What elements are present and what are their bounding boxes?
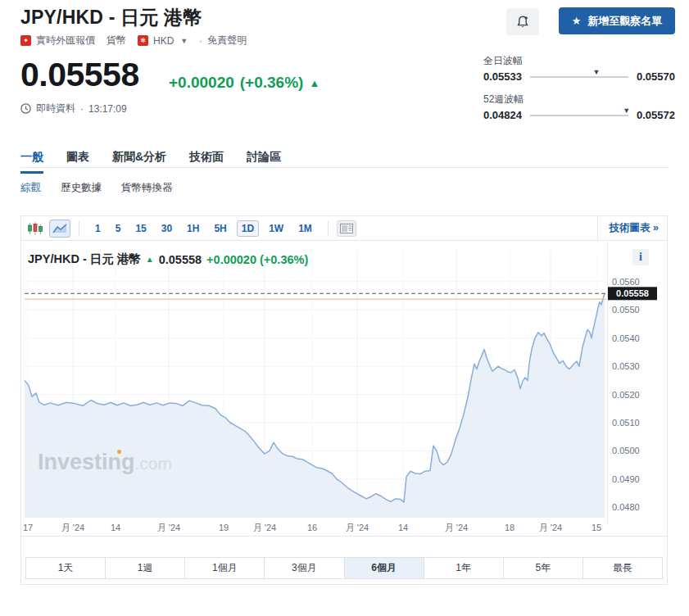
add-to-watchlist-button[interactable]: ★ 新增至觀察名單	[559, 7, 675, 34]
x-tick-label: 月 '24	[539, 523, 562, 532]
timeframe-1m[interactable]: 1M	[293, 220, 317, 237]
x-tick-label: 月 '24	[61, 523, 84, 532]
week52-range-row: 0.04824 ▼ 0.05572	[483, 109, 675, 121]
price-chart-svg[interactable]: 0.05600.05500.05400.05300.05200.05100.05…	[21, 241, 667, 537]
realtime-label: 即時資料	[36, 102, 75, 116]
breadcrumb-live[interactable]: ✦ 實時外匯報價	[20, 34, 95, 48]
tab-technical[interactable]: 技術面	[189, 150, 224, 174]
chart-symbol: JPY/HKD - 日元 港幣	[28, 251, 141, 267]
pair-label: HKD	[153, 35, 174, 47]
week52-range-track: ▼	[530, 115, 628, 116]
x-tick-label: 18	[505, 523, 514, 532]
subtab-historical-data[interactable]: 歷史數據	[61, 181, 102, 195]
live-quotes-icon: ✦	[20, 35, 31, 46]
up-triangle-icon: ▲	[309, 77, 320, 89]
change-value: +0.00020	[169, 74, 234, 92]
day-range-low: 0.05533	[483, 70, 522, 83]
x-tick-label: 16	[307, 523, 317, 532]
x-tick-label: 月 '24	[346, 523, 369, 532]
timeframe-30[interactable]: 30	[156, 220, 177, 237]
range-button-1w[interactable]: 1週	[105, 558, 184, 578]
week52-range-low: 0.04824	[483, 109, 522, 121]
week52-range-high: 0.05572	[637, 109, 675, 121]
day-range-track: ▼	[530, 76, 628, 78]
subtab-overview[interactable]: 綜觀	[20, 181, 41, 195]
range-button-6m[interactable]: 6個月	[344, 558, 424, 578]
y-tick-label: 0.0510	[612, 418, 640, 428]
subtab-currency-converter[interactable]: 貨幣轉換器	[121, 181, 173, 195]
breadcrumb-currencies-label: 貨幣	[107, 34, 126, 48]
chart-last-price: 0.05558	[159, 253, 202, 266]
y-tick-label: 0.0540	[612, 333, 640, 343]
chart-zone: JPY/HKD - 日元 港幣 ▲ 0.05558 +0.00020 (+0.3…	[21, 241, 667, 537]
timeframe-5h[interactable]: 5H	[209, 220, 231, 237]
timeframe-15[interactable]: 15	[130, 220, 151, 237]
tab-general[interactable]: 一般	[20, 150, 43, 174]
timeframe-1[interactable]: 1	[90, 220, 106, 237]
tab-news-analysis[interactable]: 新聞&分析	[112, 150, 166, 174]
ranges-panel: 全日波幅 0.05533 ▼ 0.05570 52週波幅 0.04824 ▼ 0…	[483, 54, 675, 121]
range-button-max[interactable]: 最長	[582, 558, 662, 578]
pair-selector[interactable]: ✻ HKD ▼	[138, 35, 188, 47]
day-range-marker: ▼	[593, 68, 601, 76]
range-button-1d[interactable]: 1天	[26, 558, 105, 578]
area-chart-button[interactable]	[49, 220, 70, 238]
range-button-1m[interactable]: 1個月	[184, 558, 264, 578]
y-tick-label: 0.0530	[612, 361, 640, 371]
tabs-divider	[20, 167, 669, 168]
x-tick-label: 14	[398, 523, 408, 532]
day-range-block: 全日波幅 0.05533 ▼ 0.05570	[483, 54, 675, 83]
tab-discussions[interactable]: 討論區	[247, 150, 281, 174]
last-price: 0.05558	[20, 56, 139, 94]
x-tick-label: 月 '24	[253, 523, 276, 532]
toolbar-separator	[79, 221, 79, 236]
chart-widget: 1 5 15 30 1H 5H 1D 1W 1M 技術圖表 » JPY/HKD …	[20, 215, 668, 585]
candlestick-icon	[28, 222, 43, 235]
chart-toolbar: 1 5 15 30 1H 5H 1D 1W 1M 技術圖表 »	[21, 216, 667, 241]
chart-change: +0.00020 (+0.36%)	[206, 253, 308, 266]
breadcrumb-live-label: 實時外匯報價	[36, 34, 95, 48]
week52-range-block: 52週波幅 0.04824 ▼ 0.05572	[483, 93, 675, 121]
quote-page: JPY/HKD - 日元 港幣 ✦ 實時外匯報價 貨幣 ✻ HKD ▼ · 免責…	[0, 0, 689, 616]
toolbar-separator	[328, 221, 329, 236]
price-area-fill	[25, 293, 605, 518]
zone-gap	[21, 537, 667, 557]
clock-icon	[20, 103, 31, 114]
technical-chart-link[interactable]: 技術圖表 »	[597, 216, 667, 241]
chart-news-button[interactable]	[337, 220, 356, 237]
day-range-label: 全日波幅	[483, 54, 675, 68]
quote-time: 13:17:09	[88, 103, 127, 115]
price-change: +0.00020 (+0.36%) ▲	[169, 74, 320, 92]
y-tick-label: 0.0480	[612, 502, 640, 512]
timeframe-1w[interactable]: 1W	[264, 220, 288, 237]
x-tick-label: 15	[592, 523, 601, 532]
range-button-3m[interactable]: 3個月	[264, 558, 343, 578]
create-alert-button[interactable]	[506, 8, 539, 35]
breadcrumb-currencies[interactable]: 貨幣	[107, 34, 126, 48]
current-price-badge-label: 0.05558	[616, 288, 649, 298]
day-range-high: 0.05570	[637, 70, 675, 83]
range-buttons-strip: 1天 1週 1個月 3個月 6個月 1年 5年 最長	[25, 557, 663, 579]
chart-up-triangle-icon: ▲	[146, 255, 154, 264]
disclaimer-link[interactable]: · 免責聲明	[199, 34, 247, 48]
x-tick-label: 月 '24	[445, 523, 468, 532]
week52-range-label: 52週波幅	[483, 93, 675, 106]
timeframe-5[interactable]: 5	[111, 220, 126, 237]
week52-range-marker: ▼	[623, 106, 630, 115]
y-tick-label: 0.0500	[612, 446, 640, 455]
dot-separator: ·	[199, 35, 202, 47]
page-title: JPY/HKD - 日元 港幣	[20, 5, 202, 30]
x-tick-label: 19	[219, 523, 229, 532]
realtime-status: 即時資料 · 13:17:09	[20, 102, 127, 116]
add-to-watchlist-label: 新增至觀察名單	[587, 14, 662, 29]
chart-info-button[interactable]: i	[632, 249, 649, 265]
range-button-5y[interactable]: 5年	[503, 558, 582, 578]
time-separator: ·	[80, 103, 84, 115]
timeframe-1d[interactable]: 1D	[237, 220, 259, 237]
tab-charts[interactable]: 圖表	[66, 150, 89, 174]
candlestick-chart-button[interactable]	[28, 222, 43, 235]
disclaimer-label: 免責聲明	[207, 34, 247, 48]
bell-plus-icon	[515, 15, 530, 29]
timeframe-1h[interactable]: 1H	[182, 220, 204, 237]
range-button-1y[interactable]: 1年	[424, 558, 503, 578]
